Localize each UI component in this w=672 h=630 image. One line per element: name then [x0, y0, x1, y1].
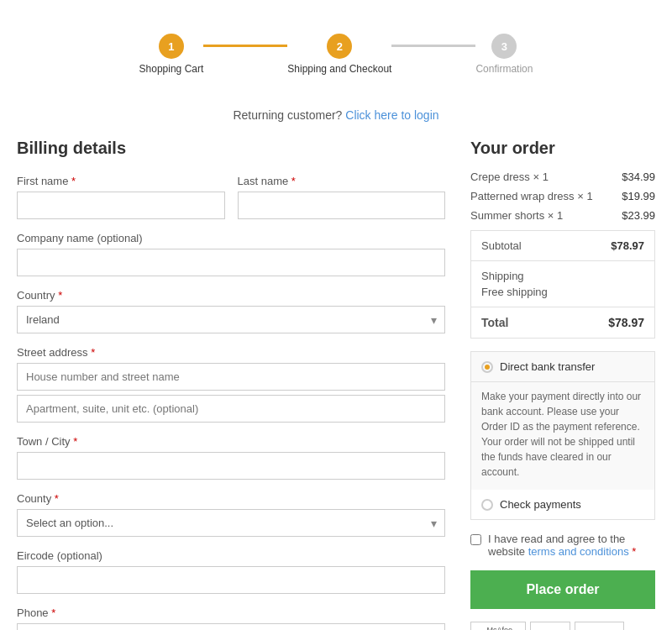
last-name-label: Last name *: [238, 175, 446, 187]
payment-label-direct-bank: Direct bank transfer: [500, 360, 595, 373]
payment-label-check: Check payments: [500, 498, 581, 511]
first-name-label: First name *: [17, 175, 225, 187]
shipping-value: Free shipping: [481, 286, 644, 298]
terms-row: I have read and agree to the website ter…: [470, 533, 655, 558]
city-group: Town / City *: [17, 435, 445, 480]
order-item-1-price: $19.99: [622, 190, 655, 202]
city-input[interactable]: [17, 452, 445, 480]
street-input-2[interactable]: [17, 395, 445, 423]
payment-details-direct-bank: Make your payment directly into our bank…: [471, 381, 654, 490]
order-item-0: Crepe dress × 1 $34.99: [470, 171, 655, 183]
mcafee-badge: M McAfeeSECURE: [470, 622, 526, 630]
county-select-wrapper: Select an option...: [17, 509, 445, 537]
county-select[interactable]: Select an option...: [17, 509, 445, 537]
last-name-input[interactable]: [238, 192, 446, 219]
progress-line-2: [391, 45, 475, 47]
radio-check: [481, 499, 493, 511]
step-1-circle: 1: [159, 34, 184, 59]
payment-option-check[interactable]: Check payments: [471, 490, 654, 519]
subtotal-value: $78.97: [611, 239, 644, 252]
street-input-1[interactable]: [17, 363, 445, 391]
eircode-input[interactable]: [17, 566, 445, 594]
totals-table: Subtotal $78.97 Shipping Free shipping T…: [470, 230, 655, 339]
total-label: Total: [481, 316, 508, 329]
radio-direct-bank: [481, 361, 493, 373]
main-layout: Billing details First name * Last name *: [17, 139, 655, 630]
city-label: Town / City *: [17, 435, 445, 448]
step-3: 3 Confirmation: [475, 34, 533, 75]
order-item-2: Summer shorts × 1 $23.99: [470, 209, 655, 222]
step-2: 2 Shipping and Checkout: [287, 34, 391, 75]
eircode-label: Eircode (optional): [17, 549, 445, 562]
place-order-button[interactable]: Place order: [470, 570, 655, 609]
step-2-label: Shipping and Checkout: [287, 63, 391, 75]
payment-option-direct-bank[interactable]: Direct bank transfer: [471, 352, 654, 381]
county-label: County *: [17, 492, 445, 505]
country-group: Country * Ireland: [17, 289, 445, 333]
order-item-1-name: Patterned wrap dress × 1: [470, 190, 593, 202]
company-input[interactable]: [17, 249, 445, 276]
billing-section: Billing details First name * Last name *: [17, 139, 445, 630]
total-value: $78.97: [608, 316, 644, 329]
subtotal-row: Subtotal $78.97: [471, 231, 654, 261]
shipping-block: Shipping Free shipping: [471, 261, 654, 307]
step-3-circle: 3: [491, 34, 517, 59]
order-section: Your order Crepe dress × 1 $34.99 Patter…: [470, 139, 655, 630]
first-name-group: First name *: [17, 175, 225, 219]
street-label: Street address *: [17, 346, 445, 359]
first-name-input[interactable]: [17, 192, 225, 219]
street-group: Street address *: [17, 346, 445, 423]
country-select-wrapper: Ireland: [17, 306, 445, 333]
order-item-0-name: Crepe dress × 1: [470, 171, 549, 183]
company-group: Company name (optional): [17, 232, 445, 276]
order-item-2-name: Summer shorts × 1: [470, 209, 563, 222]
step-2-circle: 2: [327, 34, 352, 59]
shipping-label: Shipping: [481, 270, 644, 282]
order-item-0-price: $34.99: [622, 171, 655, 183]
order-items-list: Crepe dress × 1 $34.99 Patterned wrap dr…: [470, 171, 655, 222]
billing-title: Billing details: [17, 139, 445, 158]
verisign-badge: ✓VeriSign: [575, 622, 625, 630]
progress-bar: 1 Shopping Cart 2 Shipping and Checkout …: [17, 17, 655, 100]
order-title: Your order: [470, 139, 655, 158]
step-1: 1 Shopping Cart: [139, 34, 204, 75]
paypal-badge: PayPal: [530, 622, 570, 630]
step-3-label: Confirmation: [475, 63, 533, 75]
terms-text: I have read and agree to the website ter…: [488, 533, 655, 558]
total-row: Total $78.97: [471, 307, 654, 338]
login-link[interactable]: Click here to login: [345, 108, 438, 122]
phone-group: Phone *: [17, 606, 445, 630]
subtotal-label: Subtotal: [481, 239, 522, 252]
order-item-1: Patterned wrap dress × 1 $19.99: [470, 190, 655, 202]
terms-checkbox[interactable]: [470, 534, 481, 545]
company-label: Company name (optional): [17, 232, 445, 244]
last-name-group: Last name *: [238, 175, 446, 219]
step-1-label: Shopping Cart: [139, 63, 204, 75]
returning-text: Returning customer?: [233, 108, 342, 122]
phone-input[interactable]: [17, 623, 445, 630]
progress-line-1: [203, 45, 287, 47]
eircode-group: Eircode (optional): [17, 549, 445, 594]
country-select[interactable]: Ireland: [17, 306, 445, 333]
payment-box: Direct bank transfer Make your payment d…: [470, 351, 655, 520]
security-badges: M McAfeeSECURE PayPal ✓VeriSign VERIFIED…: [470, 622, 655, 630]
name-row: First name * Last name *: [17, 175, 445, 219]
country-label: Country *: [17, 289, 445, 302]
terms-link[interactable]: terms and conditions: [528, 545, 629, 558]
order-item-2-price: $23.99: [622, 209, 655, 222]
returning-customer-bar: Returning customer? Click here to login: [17, 100, 655, 139]
phone-label: Phone *: [17, 606, 445, 619]
county-group: County * Select an option...: [17, 492, 445, 537]
